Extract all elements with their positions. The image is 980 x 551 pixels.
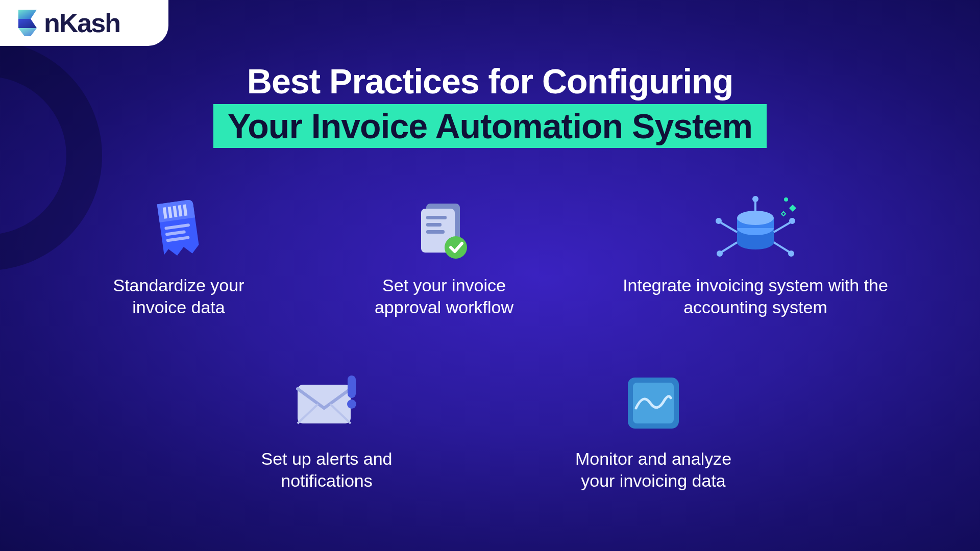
svg-point-13 [445,236,467,259]
svg-point-28 [752,196,758,202]
integration-icon [709,191,801,268]
svg-point-29 [784,197,788,202]
approval-icon [411,196,477,263]
svg-rect-12 [426,230,445,234]
svg-rect-30 [789,205,796,212]
items-row-2: Set up alerts and notifications Monitor … [0,367,980,491]
practice-label: Integrate invoicing system with the acco… [618,274,893,318]
svg-point-33 [347,399,356,409]
practice-item-monitor: Monitor and analyze your invoicing data [561,367,745,491]
svg-rect-32 [348,375,356,398]
practice-label: Monitor and analyze your invoicing data [561,448,745,491]
alert-icon [288,372,365,434]
practice-label: Standardize your invoice data [87,274,271,318]
invoice-icon [151,196,207,263]
svg-point-18 [737,211,774,225]
svg-rect-10 [426,216,447,219]
logo-text: nKash [44,8,120,38]
svg-line-19 [720,222,737,232]
practice-item-approval: Set your invoice approval workflow [352,194,536,318]
headline-line-2: Your Invoice Automation System [213,104,767,148]
svg-point-24 [717,251,723,257]
svg-point-20 [716,218,722,224]
headline: Best Practices for Configuring Your Invo… [0,61,980,148]
svg-rect-11 [426,223,442,227]
svg-point-26 [788,251,794,257]
logo-container: nKash [0,0,168,46]
logo-mark-icon [15,8,41,38]
svg-line-21 [774,222,791,232]
practice-label: Set your invoice approval workflow [352,274,536,318]
svg-line-25 [774,242,790,253]
headline-line-1: Best Practices for Configuring [0,61,980,101]
practice-item-integrate: Integrate invoicing system with the acco… [618,194,893,318]
svg-point-22 [789,218,795,224]
practice-label: Set up alerts and notifications [235,448,419,491]
svg-rect-31 [298,385,351,423]
practice-item-alerts: Set up alerts and notifications [235,367,419,491]
monitor-icon [623,372,684,434]
svg-line-23 [721,242,737,253]
practice-item-standardize: Standardize your invoice data [87,194,271,318]
items-row-1: Standardize your invoice data Set your i… [0,194,980,318]
